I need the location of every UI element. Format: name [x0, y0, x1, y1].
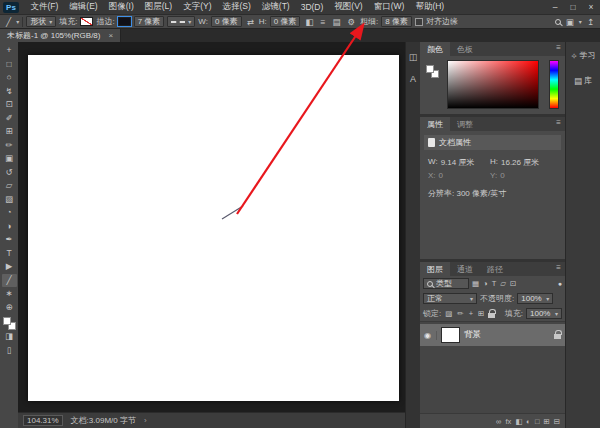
dodge-tool-icon[interactable]: ◑: [2, 220, 17, 234]
hue-slider[interactable]: [550, 61, 558, 108]
menu-item-type[interactable]: 文字(Y): [178, 1, 217, 13]
path-arrangement-icon[interactable]: ▤: [330, 17, 342, 27]
stroke-type-select[interactable]: ▾: [167, 16, 195, 27]
opacity-select[interactable]: 100% ▾: [517, 293, 553, 304]
align-edges-checkbox[interactable]: [415, 18, 423, 26]
link-layers-icon[interactable]: ∞: [496, 417, 501, 426]
filter-pixel-icon[interactable]: ▦: [471, 279, 480, 288]
panel-color-swatches[interactable]: [426, 65, 439, 78]
fill-color-swatch[interactable]: [80, 17, 93, 26]
menu-item-3d[interactable]: 3D(D): [295, 2, 329, 12]
tab-swatches[interactable]: 色板: [450, 42, 480, 56]
lock-artboard-icon[interactable]: ⊞: [477, 309, 485, 318]
foreground-color-swatch[interactable]: [3, 317, 11, 325]
panel-menu-icon[interactable]: ≡: [552, 117, 565, 131]
shape-height-input[interactable]: 0 像素: [270, 16, 301, 27]
fill-opacity-select[interactable]: 100% ▾: [526, 308, 562, 319]
healing-brush-tool-icon[interactable]: ⊞: [2, 125, 17, 139]
learn-panel-button[interactable]: ✧ 学习: [570, 50, 595, 61]
lock-image-icon[interactable]: ✏: [456, 309, 464, 318]
path-selection-tool-icon[interactable]: ▶: [2, 260, 17, 274]
tool-preset-caret-icon[interactable]: ▾: [16, 18, 19, 25]
menu-item-window[interactable]: 窗口(W): [368, 1, 410, 13]
line-weight-input[interactable]: 8 像素: [381, 16, 412, 27]
canvas-height-value[interactable]: 16.26 厘米: [501, 157, 539, 168]
menu-item-filter[interactable]: 滤镜(T): [256, 1, 295, 13]
lasso-tool-icon[interactable]: ○: [2, 71, 17, 85]
document-canvas[interactable]: [28, 55, 399, 401]
background-layer-row[interactable]: ◉ 背景: [420, 324, 565, 346]
line-tool-preset-icon[interactable]: ╱: [4, 17, 13, 27]
filter-toggle-icon[interactable]: ●: [558, 280, 562, 287]
canvas-width-value[interactable]: 9.14 厘米: [441, 157, 475, 168]
tab-paths[interactable]: 路径: [480, 262, 510, 276]
clone-stamp-tool-icon[interactable]: ▣: [2, 152, 17, 166]
saturation-brightness-field[interactable]: [448, 61, 538, 108]
brush-tool-icon[interactable]: ✏: [2, 139, 17, 153]
tab-channels[interactable]: 通道: [450, 262, 480, 276]
lock-transparent-icon[interactable]: ▨: [444, 309, 453, 318]
minimize-button[interactable]: –: [546, 2, 564, 12]
stroke-color-swatch[interactable]: [118, 17, 131, 26]
lock-position-icon[interactable]: +: [468, 309, 474, 318]
document-tab[interactable]: 未标题-1 @ 105%(RGB/8) ×: [0, 29, 121, 42]
eye-icon[interactable]: ◉: [424, 331, 437, 340]
share-icon[interactable]: ↥: [585, 17, 596, 27]
hand-tool-icon[interactable]: ∗: [2, 287, 17, 301]
eraser-tool-icon[interactable]: ▱: [2, 179, 17, 193]
menu-item-edit[interactable]: 编辑(E): [64, 1, 103, 13]
tab-adjustments[interactable]: 调整: [450, 117, 480, 131]
pen-tool-icon[interactable]: ✒: [2, 233, 17, 247]
move-tool-icon[interactable]: +: [2, 44, 17, 58]
layer-style-icon[interactable]: fx: [505, 417, 511, 426]
libraries-panel-button[interactable]: ▤ 库: [574, 75, 592, 86]
menu-item-layer[interactable]: 图层(L): [139, 1, 177, 13]
type-tool-icon[interactable]: T: [2, 247, 17, 261]
menu-item-help[interactable]: 帮助(H): [410, 1, 450, 13]
blur-tool-icon[interactable]: ◔: [2, 206, 17, 220]
marquee-tool-icon[interactable]: □: [2, 58, 17, 72]
line-tool-icon[interactable]: ╱: [2, 274, 17, 288]
layer-mask-icon[interactable]: ◧: [515, 417, 522, 426]
history-brush-tool-icon[interactable]: ↺: [2, 166, 17, 180]
tool-mode-select[interactable]: 形状 ▾: [26, 16, 56, 27]
crop-tool-icon[interactable]: ⊡: [2, 98, 17, 112]
gear-icon[interactable]: ⚙: [345, 17, 357, 27]
adjustment-layer-icon[interactable]: ◐: [526, 417, 531, 426]
foreground-background-swatches[interactable]: [3, 317, 16, 330]
stroke-width-input[interactable]: 7 像素: [134, 16, 165, 27]
lock-all-icon[interactable]: [488, 313, 495, 318]
menu-item-file[interactable]: 文件(F): [25, 1, 64, 13]
layer-thumbnail[interactable]: [442, 328, 459, 342]
close-tab-icon[interactable]: ×: [108, 31, 113, 40]
history-panel-icon[interactable]: ◫: [409, 52, 418, 62]
menu-item-image[interactable]: 图像(I): [103, 1, 139, 13]
layer-filter-type-select[interactable]: 类型: [423, 278, 469, 289]
menu-item-select[interactable]: 选择(S): [217, 1, 256, 13]
menu-item-view[interactable]: 视图(V): [329, 1, 368, 13]
blend-mode-select[interactable]: 正常 ▾: [423, 293, 477, 304]
quick-mask-icon[interactable]: ◨: [2, 330, 17, 344]
filter-type-icon[interactable]: T: [491, 279, 498, 288]
maximize-button[interactable]: □: [564, 2, 582, 12]
foreground-color-swatch[interactable]: [426, 65, 434, 73]
workspace-switcher-icon[interactable]: ▣: [564, 17, 576, 27]
delete-layer-icon[interactable]: ⊟: [554, 417, 560, 426]
tab-color[interactable]: 颜色: [420, 42, 450, 56]
path-alignment-icon[interactable]: ≡: [318, 17, 327, 27]
screen-mode-icon[interactable]: ▯: [2, 344, 17, 358]
filter-smart-object-icon[interactable]: ⊡: [509, 279, 517, 288]
tab-properties[interactable]: 属性: [420, 117, 450, 131]
panel-menu-icon[interactable]: ≡: [552, 42, 565, 56]
character-panel-icon[interactable]: A: [410, 74, 416, 84]
lock-icon[interactable]: [554, 334, 561, 339]
panel-menu-icon[interactable]: ≡: [552, 262, 565, 276]
zoom-tool-icon[interactable]: ⊕: [2, 301, 17, 315]
eyedropper-tool-icon[interactable]: ✐: [2, 112, 17, 126]
close-button[interactable]: ×: [582, 2, 600, 12]
path-operations-icon[interactable]: ◧: [303, 17, 315, 27]
status-options-chevron-icon[interactable]: ›: [144, 416, 147, 425]
magic-wand-tool-icon[interactable]: ↯: [2, 85, 17, 99]
zoom-level-input[interactable]: 104.31%: [23, 415, 63, 426]
shape-width-input[interactable]: 0 像素: [211, 16, 242, 27]
